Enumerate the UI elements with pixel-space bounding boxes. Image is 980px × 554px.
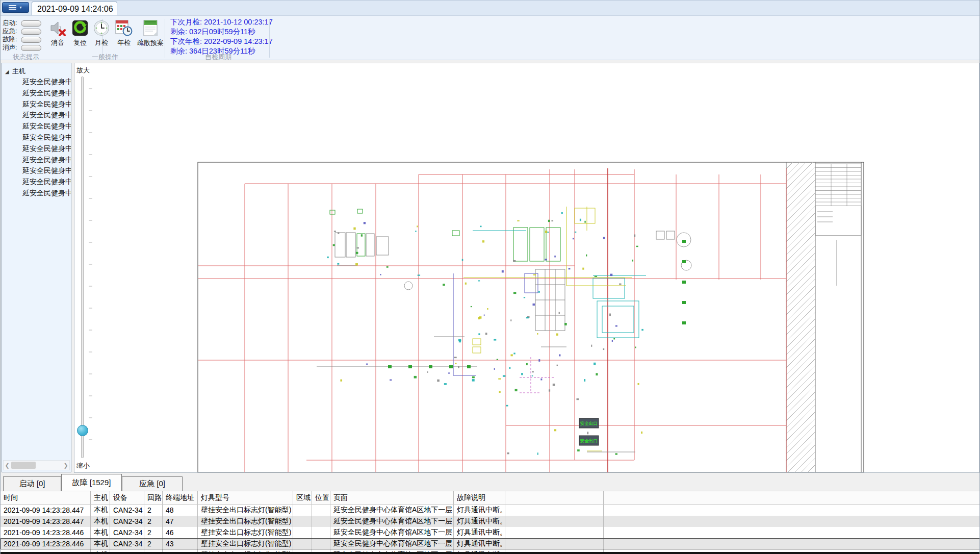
next-annual-check: 下次年检: 2022-09-09 14:23:17 — [170, 37, 270, 46]
tree-item-host-6[interactable]: 延安全民健身中 — [2, 144, 71, 156]
scrollbar-thumb[interactable] — [11, 462, 36, 469]
chevron-down-icon: ▼ — [19, 6, 22, 9]
evacuation-plan-button[interactable]: 疏散预案 — [136, 19, 165, 53]
cell — [505, 538, 604, 549]
col-header-4[interactable]: 终端地址 — [163, 491, 198, 504]
tab-emergency-events[interactable]: 应急 [0] — [122, 476, 183, 491]
fault-label: 故障: — [3, 35, 20, 44]
col-header-3[interactable]: 回路 — [144, 491, 163, 504]
cell: 壁挂安全出口标志灯(智能型) — [198, 527, 293, 538]
event-log-panel: 启动 [0] 故障 [1529] 应急 [0] 时间主机设备回路终端地址灯具型号… — [1, 473, 980, 554]
group-label-status: 状态提示 — [3, 53, 49, 62]
cell — [505, 505, 604, 516]
fault-table: 时间主机设备回路终端地址灯具型号区域位置页面故障说明 2021-09-09 14… — [1, 491, 980, 554]
cell: CAN2-34 — [110, 538, 144, 549]
cell: 本机 — [91, 538, 110, 549]
cell — [293, 538, 312, 549]
tree-item-host-1[interactable]: 延安全民健身中 — [2, 89, 71, 100]
cell — [604, 538, 980, 549]
next-monthly-check: 下次月检: 2021-10-12 00:23:17 — [170, 17, 270, 27]
drawing-canvas[interactable]: 放大 缩小 安全出口安全出口 — [74, 63, 979, 473]
cell: 壁挂安全出口标志灯(智能型) — [198, 516, 293, 527]
cell: 延安全民健身中心体育馆A区地下一层 — [330, 505, 454, 516]
cell: 43 — [163, 538, 198, 549]
fault-row-2[interactable]: 2021-09-09 14:23:28.446本机CAN2-34246壁挂安全出… — [1, 527, 980, 538]
cell: 灯具通讯中断。 — [454, 505, 505, 516]
fault-table-header: 时间主机设备回路终端地址灯具型号区域位置页面故障说明 — [1, 491, 980, 505]
tree-item-host-5[interactable]: 延安全民健身中 — [2, 133, 71, 144]
cell — [293, 505, 312, 516]
col-header-8[interactable]: 页面 — [330, 491, 454, 504]
ribbon-separator — [269, 19, 270, 58]
mute-speaker-icon — [49, 19, 66, 37]
tree-item-host-9[interactable]: 延安全民健身中 — [2, 178, 71, 189]
cell: 2 — [144, 505, 163, 516]
emergency-label: 应急: — [3, 27, 20, 36]
col-header-0[interactable]: 时间 — [1, 491, 91, 504]
col-header-5[interactable]: 灯具型号 — [198, 491, 293, 504]
floor-plan-drawing: 安全出口安全出口 — [74, 63, 979, 472]
tree-root-host[interactable]: ◢ 主机 — [5, 66, 25, 77]
cell — [312, 538, 330, 549]
cell: CAN2-34 — [110, 527, 144, 538]
tree-item-host-4[interactable]: 延安全民健身中 — [2, 122, 71, 133]
cell — [604, 527, 980, 538]
col-header-2[interactable]: 设备 — [110, 491, 144, 504]
annual-check-button[interactable]: 年检 — [113, 19, 135, 53]
tree-item-host-2[interactable]: 延安全民健身中 — [2, 100, 71, 111]
sidebar-horizontal-scrollbar[interactable]: ❮ ❯ — [3, 460, 70, 470]
reset-button[interactable]: 复位 — [69, 19, 91, 53]
tree-item-host-8[interactable]: 延安全民健身中 — [2, 166, 71, 178]
cell: 48 — [163, 505, 198, 516]
evacuation-calendar-icon — [142, 19, 159, 37]
cell: 灯具通讯中断。 — [454, 527, 505, 538]
sidebar-tree-panel: ◢ 主机 延安全民健身中延安全民健身中延安全民健身中延安全民健身中延安全民健身中… — [2, 63, 71, 472]
cell: 47 — [163, 516, 198, 527]
cell — [604, 516, 980, 527]
window-bottom-border — [1, 552, 980, 554]
startup-label: 启动: — [3, 19, 20, 28]
status-row-startup: 启动: — [3, 19, 41, 27]
event-tabstrip: 启动 [0] 故障 [1529] 应急 [0] — [1, 473, 980, 491]
cell: 46 — [163, 527, 198, 538]
tab-fault-events[interactable]: 故障 [1529] — [61, 474, 122, 491]
scroll-left-icon[interactable]: ❮ — [4, 462, 11, 469]
cell — [312, 516, 330, 527]
col-header-6[interactable]: 区域 — [293, 491, 312, 504]
col-header-9[interactable]: 故障说明 — [454, 491, 505, 504]
cell: CAN2-34 — [110, 505, 144, 516]
tree-item-host-3[interactable]: 延安全民健身中 — [2, 111, 71, 122]
status-row-emergency: 应急: — [3, 28, 41, 35]
col-header-1[interactable]: 主机 — [91, 491, 110, 504]
app-menu-button[interactable]: ▼ — [2, 2, 29, 13]
fault-table-body: 2021-09-09 14:23:28.447本机CAN2-34248壁挂安全出… — [1, 505, 980, 554]
tab-start-events[interactable]: 启动 [0] — [3, 476, 61, 491]
tree-item-host-10[interactable]: 延安全民健身中 — [2, 189, 71, 200]
fault-row-0[interactable]: 2021-09-09 14:23:28.447本机CAN2-34248壁挂安全出… — [1, 505, 980, 516]
cell — [312, 527, 330, 538]
cell — [312, 505, 330, 516]
col-header-empty[interactable] — [604, 491, 980, 504]
cell: 本机 — [91, 516, 110, 527]
monthly-check-button[interactable]: 月检 — [90, 19, 113, 53]
cell: 2 — [144, 527, 163, 538]
cell: 延安全民健身中心体育馆A区地下一层 — [330, 527, 454, 538]
fault-row-3[interactable]: 2021-09-09 14:23:28.446本机CAN2-34243壁挂安全出… — [1, 538, 980, 549]
cell: 2 — [144, 516, 163, 527]
monthly-remaining: 剩余: 032日09时59分11秒 — [170, 27, 270, 37]
tree-expand-icon[interactable]: ◢ — [5, 69, 9, 74]
fault-row-1[interactable]: 2021-09-09 14:23:28.447本机CAN2-34247壁挂安全出… — [1, 516, 980, 527]
ribbon-separator — [165, 19, 165, 58]
cell: 2021-09-09 14:23:28.447 — [1, 516, 91, 527]
mute-button[interactable]: 消音 — [46, 19, 69, 53]
cell: 延安全民健身中心体育馆A区地下一层 — [330, 516, 454, 527]
tree-item-host-0[interactable]: 延安全民健身中 — [2, 78, 71, 89]
svg-text:安全出口: 安全出口 — [580, 438, 598, 443]
cell: 灯具通讯中断。 — [454, 516, 505, 527]
col-header-7[interactable]: 位置 — [312, 491, 330, 504]
tree-item-host-7[interactable]: 延安全民健身中 — [2, 156, 71, 167]
col-header-empty[interactable] — [505, 491, 604, 504]
silence-indicator — [21, 45, 41, 51]
scroll-right-icon[interactable]: ❯ — [62, 462, 69, 469]
tab-current-time[interactable]: 2021-09-09 14:24:06 — [32, 2, 117, 16]
